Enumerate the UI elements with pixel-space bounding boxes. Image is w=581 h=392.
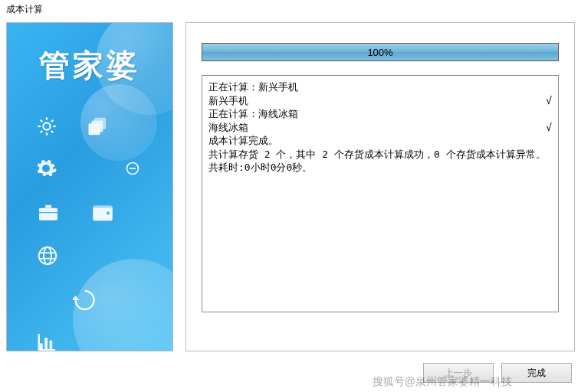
content-area: 管家婆 (0, 22, 581, 351)
log-summary: 成本计算完成。 共计算存货 2 个，其中 2 个存货成本计算成功，0 个存货成本… (208, 134, 552, 175)
svg-rect-16 (39, 212, 57, 213)
layers-icon (87, 115, 110, 140)
progress-label: 100% (202, 44, 558, 60)
svg-line-7 (41, 131, 42, 132)
globe-icon (36, 244, 59, 270)
svg-point-0 (43, 122, 50, 129)
log-line: 正在计算：海线冰箱 (208, 107, 552, 121)
gear-icon (34, 157, 57, 182)
svg-rect-14 (39, 208, 57, 220)
main-panel: 100% 正在计算：新兴手机 新兴手机√ 正在计算：海线冰箱 海线冰箱√ 成本计… (185, 22, 575, 351)
sun-icon (36, 116, 57, 139)
svg-rect-26 (50, 341, 53, 351)
svg-rect-15 (45, 205, 51, 208)
svg-rect-18 (93, 206, 113, 208)
svg-line-5 (41, 120, 42, 122)
log-line: 海线冰箱√ (208, 121, 552, 135)
svg-rect-24 (40, 344, 43, 351)
svg-point-20 (39, 247, 57, 265)
wallet-icon (90, 199, 116, 227)
svg-rect-11 (89, 123, 100, 135)
log-output: 正在计算：新兴手机 新兴手机√ 正在计算：海线冰箱 海线冰箱√ 成本计算完成。 … (202, 75, 559, 312)
prev-button[interactable]: 上一步 (423, 363, 494, 383)
undo-arrow-icon (73, 286, 97, 313)
brand-title: 管家婆 (7, 44, 172, 87)
svg-line-8 (51, 120, 53, 122)
svg-point-21 (44, 247, 51, 265)
sidebar-panel: 管家婆 (6, 22, 173, 351)
log-line: 正在计算：新兴手机 (208, 80, 552, 94)
window-title: 成本计算 (0, 0, 581, 22)
minus-circle-icon (125, 161, 140, 178)
svg-rect-25 (44, 338, 48, 350)
bar-chart-icon (36, 330, 59, 351)
svg-point-19 (107, 211, 110, 214)
svg-line-6 (51, 131, 53, 132)
finish-button[interactable]: 完成 (501, 363, 572, 383)
icon-grid (36, 115, 159, 351)
log-line: 新兴手机√ (208, 94, 552, 108)
progress-bar: 100% (202, 43, 559, 61)
briefcase-icon (36, 200, 61, 227)
button-bar: 上一步 完成 (423, 363, 572, 383)
